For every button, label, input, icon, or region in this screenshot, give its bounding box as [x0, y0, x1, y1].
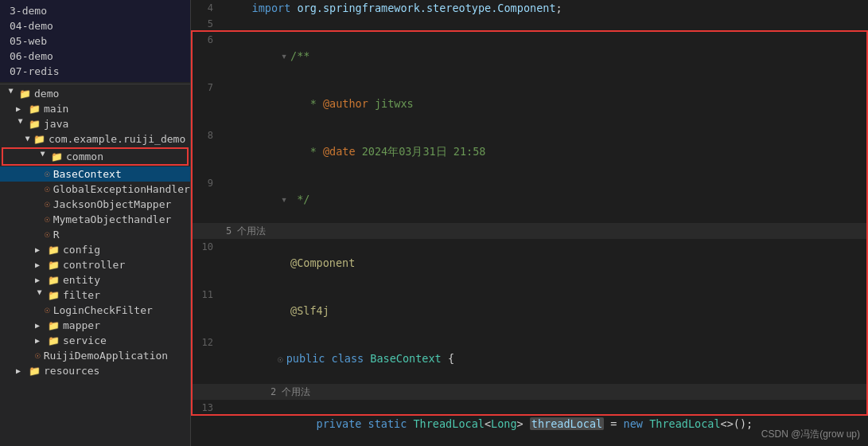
code-line-meta-2: 2 个用法	[191, 384, 868, 400]
folder-java[interactable]: ▶ 📁 java	[0, 116, 190, 131]
folder-controller[interactable]: ▶ 📁 controller	[0, 257, 190, 272]
line-content: ☉public class BaseContext {	[223, 334, 868, 384]
file-ruijidemo[interactable]: ☉ RuijiDemoApplication	[0, 348, 190, 363]
arrow-icon: ▶	[36, 291, 45, 300]
arrow-icon: ▶	[35, 276, 45, 284]
folder-icon: 📁	[48, 275, 60, 286]
folder-label: resources	[44, 365, 99, 377]
line-number: 5	[191, 16, 223, 32]
folder-common[interactable]: ▶ 📁 common	[2, 147, 189, 166]
folder-icon: 📁	[29, 366, 41, 377]
item-label: 04-demo	[10, 20, 53, 32]
folder-label: mapper	[63, 319, 100, 331]
line-content: import org.springframework.stereotype.Co…	[223, 0, 868, 16]
folder-config[interactable]: ▶ 📁 config	[0, 242, 190, 257]
file-label: GlobalExceptionHandler	[53, 183, 190, 195]
file-icon: ☉	[45, 229, 50, 240]
meta-label-5: 5 个用法	[223, 223, 868, 239]
folder-label: main	[44, 103, 68, 115]
line-number: 7	[191, 80, 223, 96]
file-icon: ☉	[35, 350, 41, 361]
folder-label: entity	[63, 274, 100, 286]
file-label: LoginCheckFilter	[53, 304, 153, 316]
folder-entity[interactable]: ▶ 📁 entity	[0, 272, 190, 288]
line-number: 8	[191, 127, 223, 143]
item-label: 07-redis	[10, 65, 60, 77]
code-line-meta-5: 5 个用法	[191, 223, 868, 239]
folder-label: config	[63, 244, 100, 256]
item-label: 06-demo	[10, 50, 53, 62]
arrow-icon: ▶	[35, 260, 45, 269]
file-globalexception[interactable]: ☉ GlobalExceptionHandler	[0, 182, 190, 197]
line-number: 10	[191, 239, 223, 255]
folder-icon: 📁	[33, 134, 45, 145]
folder-icon: 📁	[48, 260, 60, 271]
folder-icon: 📁	[48, 335, 60, 346]
line-content: ▾/**	[223, 32, 868, 80]
folder-icon: 📁	[48, 290, 60, 301]
sidebar-item-06demo[interactable]: 06-demo	[0, 49, 190, 64]
folder-resources[interactable]: ▶ 📁 resources	[0, 363, 190, 378]
folder-icon: 📁	[29, 104, 41, 115]
file-label: BaseContext	[53, 168, 122, 180]
folder-icon: 📁	[51, 151, 63, 162]
folder-icon: 📁	[29, 119, 41, 130]
line-content: * @author jitwxs	[223, 80, 868, 127]
arrow-icon: ▶	[24, 136, 33, 141]
folder-label: service	[63, 334, 107, 346]
section-divider	[0, 84, 190, 84]
folder-label: java	[44, 118, 68, 130]
sidebar-item-07redis[interactable]: 07-redis	[0, 64, 190, 79]
line-number: 11	[191, 287, 223, 303]
sidebar-item-05web[interactable]: 05-web	[0, 33, 190, 49]
arrow-icon: ▶	[16, 366, 25, 375]
line-content: * @date 2024年03月31日 21:58	[223, 127, 868, 175]
folder-icon: 📁	[48, 320, 60, 331]
file-r[interactable]: ☉ R	[0, 227, 190, 242]
watermark-text: CSDN @冯浩(grow up)	[761, 428, 860, 440]
code-line-11: 11 @Slf4j	[191, 287, 868, 334]
code-line-10: 10 @Component	[191, 239, 868, 287]
folder-service[interactable]: ▶ 📁 service	[0, 333, 190, 348]
line-number: 12	[191, 334, 223, 350]
folder-mapper[interactable]: ▶ 📁 mapper	[0, 318, 190, 333]
line-number: 13	[191, 400, 223, 416]
folder-com-example[interactable]: ▶ 📁 com.example.ruiji_demo	[0, 131, 190, 147]
file-icon: ☉	[45, 305, 50, 315]
arrow-icon: ▶	[35, 336, 45, 345]
folder-icon: 📁	[19, 88, 31, 100]
arrow-icon: ▶	[35, 245, 45, 254]
sidebar: 3-demo 04-demo 05-web 06-demo 07-redis ▶…	[0, 0, 191, 446]
file-logincheck[interactable]: ☉ LoginCheckFilter	[0, 303, 190, 318]
code-line-9: 9 ▾ */	[191, 175, 868, 223]
code-line-12: 12 ☉public class BaseContext {	[191, 334, 868, 384]
sidebar-item-3demo[interactable]: 3-demo	[0, 3, 190, 18]
sidebar-item-04demo[interactable]: 04-demo	[0, 18, 190, 33]
file-label: MymetaObjecthandler	[53, 213, 172, 225]
file-icon: ☉	[45, 184, 50, 194]
code-line-6: 6 ▾/**	[191, 32, 868, 80]
arrow-icon: ▶	[16, 104, 25, 113]
folder-filter[interactable]: ▶ 📁 filter	[0, 288, 190, 303]
file-mymeta[interactable]: ☉ MymetaObjecthandler	[0, 212, 190, 227]
code-container[interactable]: 4 import org.springframework.stereotype.…	[191, 0, 868, 446]
folder-main[interactable]: ▶ 📁 main	[0, 101, 190, 116]
item-label: 3-demo	[10, 5, 47, 17]
file-jackson[interactable]: ☉ JacksonObjectMapper	[0, 197, 190, 212]
folder-demo[interactable]: ▶ 📁 demo	[0, 86, 190, 101]
arrow-icon: ▶	[35, 321, 45, 330]
file-label: RuijiDemoApplication	[44, 350, 169, 362]
file-label: R	[53, 229, 60, 241]
arrow-icon: ▶	[17, 119, 25, 129]
file-basecontext[interactable]: ☉ BaseContext	[0, 166, 190, 182]
folder-label: common	[66, 151, 103, 162]
line-content: @Slf4j	[223, 287, 868, 334]
projects-section: 3-demo 04-demo 05-web 06-demo 07-redis	[0, 0, 190, 82]
folder-label: filter	[63, 289, 100, 301]
folder-label: controller	[63, 259, 125, 271]
line-number: 6	[191, 32, 223, 48]
folder-icon: 📁	[48, 245, 60, 256]
line-content: ▾ */	[223, 175, 868, 223]
file-tree: ▶ 📁 demo ▶ 📁 main ▶ 📁 java ▶ 📁 com.examp…	[0, 86, 190, 378]
folder-label: com.example.ruiji_demo	[49, 133, 185, 145]
